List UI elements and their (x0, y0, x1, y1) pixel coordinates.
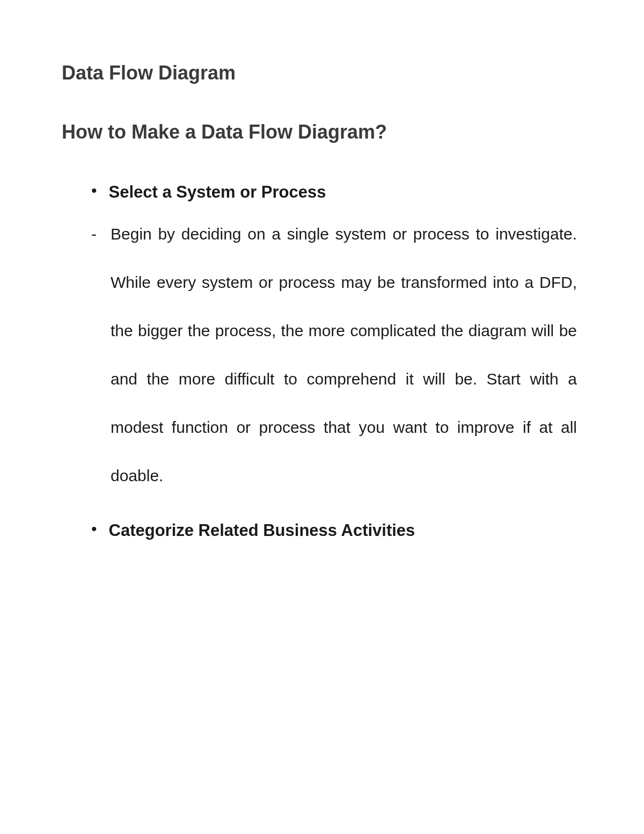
list-item: • Select a System or Process (91, 181, 577, 204)
document-title: Data Flow Diagram (62, 62, 582, 84)
document-subtitle: How to Make a Data Flow Diagram? (62, 121, 582, 143)
list-item: - Begin by deciding on a single system o… (91, 222, 577, 500)
bullet-icon: • (91, 519, 97, 539)
list-item-text: Begin by deciding on a single system or … (111, 210, 577, 500)
document-body: • Select a System or Process - Begin by … (62, 181, 582, 542)
list-item-heading: Select a System or Process (109, 181, 326, 204)
list-item-heading: Categorize Related Business Activities (109, 519, 415, 542)
list-item: • Categorize Related Business Activities (91, 519, 577, 542)
dash-icon: - (91, 222, 99, 246)
bullet-icon: • (91, 181, 97, 200)
